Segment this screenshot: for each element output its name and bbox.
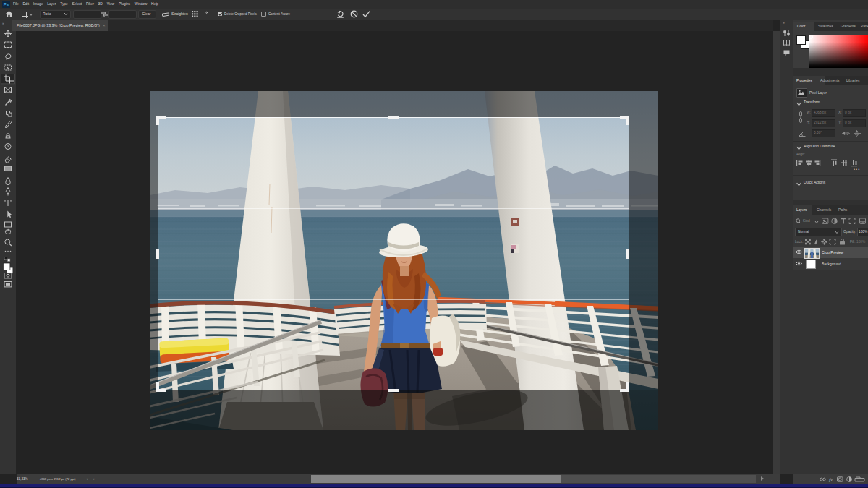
svg-text:fx: fx	[829, 477, 833, 483]
